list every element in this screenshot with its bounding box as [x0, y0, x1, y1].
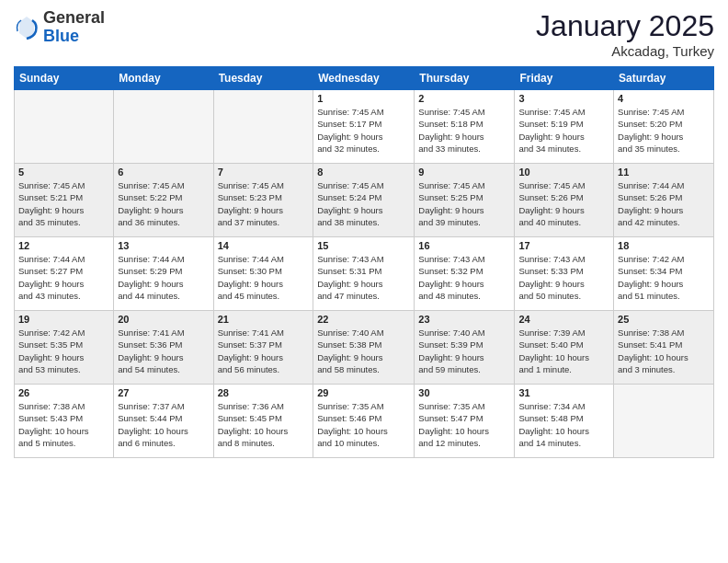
day-info: Sunrise: 7:45 AM Sunset: 5:24 PM Dayligh…: [317, 179, 410, 228]
day-number: 24: [518, 314, 609, 325]
calendar-cell: [15, 90, 114, 164]
day-number: 3: [518, 93, 609, 104]
calendar: Sunday Monday Tuesday Wednesday Thursday…: [14, 66, 714, 458]
header-tuesday: Tuesday: [213, 67, 313, 90]
day-info: Sunrise: 7:44 AM Sunset: 5:26 PM Dayligh…: [618, 179, 710, 228]
calendar-cell: 5Sunrise: 7:45 AM Sunset: 5:21 PM Daylig…: [15, 164, 114, 237]
day-info: Sunrise: 7:45 AM Sunset: 5:21 PM Dayligh…: [18, 179, 109, 228]
calendar-cell: 31Sunrise: 7:34 AM Sunset: 5:48 PM Dayli…: [515, 385, 614, 458]
day-number: 15: [317, 240, 410, 251]
calendar-header-row: Sunday Monday Tuesday Wednesday Thursday…: [15, 67, 714, 90]
logo-text: General Blue: [43, 9, 105, 46]
day-number: 31: [518, 387, 609, 398]
header-saturday: Saturday: [614, 67, 714, 90]
logo-blue: Blue: [43, 28, 105, 46]
calendar-cell: 26Sunrise: 7:38 AM Sunset: 5:43 PM Dayli…: [15, 385, 114, 458]
logo-icon: [14, 15, 40, 40]
calendar-cell: 11Sunrise: 7:44 AM Sunset: 5:26 PM Dayli…: [614, 164, 714, 237]
day-number: 8: [317, 167, 410, 178]
calendar-week-3: 19Sunrise: 7:42 AM Sunset: 5:35 PM Dayli…: [15, 311, 714, 385]
month-title: January 2025: [536, 9, 714, 43]
day-number: 5: [18, 167, 109, 178]
day-info: Sunrise: 7:35 AM Sunset: 5:46 PM Dayligh…: [317, 400, 410, 449]
day-info: Sunrise: 7:41 AM Sunset: 5:37 PM Dayligh…: [218, 327, 310, 375]
calendar-cell: 2Sunrise: 7:45 AM Sunset: 5:18 PM Daylig…: [415, 90, 515, 164]
day-info: Sunrise: 7:45 AM Sunset: 5:22 PM Dayligh…: [118, 179, 209, 228]
day-info: Sunrise: 7:35 AM Sunset: 5:47 PM Dayligh…: [418, 400, 510, 449]
calendar-cell: 8Sunrise: 7:45 AM Sunset: 5:24 PM Daylig…: [313, 164, 415, 237]
day-number: 16: [418, 240, 510, 251]
day-number: 20: [118, 314, 209, 325]
logo-general: General: [43, 9, 105, 28]
calendar-cell: 6Sunrise: 7:45 AM Sunset: 5:22 PM Daylig…: [114, 164, 213, 237]
day-number: 26: [18, 387, 109, 398]
day-number: 2: [418, 93, 510, 104]
day-number: 28: [218, 387, 310, 398]
logo: General Blue: [14, 9, 105, 46]
day-info: Sunrise: 7:43 AM Sunset: 5:32 PM Dayligh…: [418, 253, 510, 302]
day-info: Sunrise: 7:44 AM Sunset: 5:30 PM Dayligh…: [218, 253, 310, 302]
day-number: 21: [218, 314, 310, 325]
calendar-cell: 13Sunrise: 7:44 AM Sunset: 5:29 PM Dayli…: [114, 237, 213, 311]
day-number: 7: [218, 167, 310, 178]
header: General Blue January 2025 Akcadag, Turke…: [14, 9, 714, 59]
page: General Blue January 2025 Akcadag, Turke…: [0, 0, 728, 467]
day-info: Sunrise: 7:41 AM Sunset: 5:36 PM Dayligh…: [118, 327, 209, 375]
title-block: January 2025 Akcadag, Turkey: [536, 9, 714, 59]
calendar-cell: 14Sunrise: 7:44 AM Sunset: 5:30 PM Dayli…: [213, 237, 313, 311]
calendar-week-0: 1Sunrise: 7:45 AM Sunset: 5:17 PM Daylig…: [15, 90, 714, 164]
day-number: 1: [317, 93, 410, 104]
calendar-cell: [213, 90, 313, 164]
calendar-cell: 7Sunrise: 7:45 AM Sunset: 5:23 PM Daylig…: [213, 164, 313, 237]
calendar-cell: 16Sunrise: 7:43 AM Sunset: 5:32 PM Dayli…: [415, 237, 515, 311]
day-info: Sunrise: 7:36 AM Sunset: 5:45 PM Dayligh…: [218, 400, 310, 449]
day-number: 27: [118, 387, 209, 398]
calendar-cell: 23Sunrise: 7:40 AM Sunset: 5:39 PM Dayli…: [415, 311, 515, 385]
calendar-cell: 4Sunrise: 7:45 AM Sunset: 5:20 PM Daylig…: [614, 90, 714, 164]
day-number: 18: [618, 240, 710, 251]
day-number: 9: [418, 167, 510, 178]
day-info: Sunrise: 7:45 AM Sunset: 5:20 PM Dayligh…: [618, 106, 710, 155]
day-number: 25: [618, 314, 710, 325]
day-info: Sunrise: 7:39 AM Sunset: 5:40 PM Dayligh…: [518, 327, 609, 375]
day-number: 19: [18, 314, 109, 325]
day-info: Sunrise: 7:45 AM Sunset: 5:23 PM Dayligh…: [218, 179, 310, 228]
day-number: 23: [418, 314, 510, 325]
calendar-cell: 10Sunrise: 7:45 AM Sunset: 5:26 PM Dayli…: [515, 164, 614, 237]
calendar-cell: 30Sunrise: 7:35 AM Sunset: 5:47 PM Dayli…: [415, 385, 515, 458]
calendar-cell: [614, 385, 714, 458]
header-thursday: Thursday: [415, 67, 515, 90]
calendar-cell: 18Sunrise: 7:42 AM Sunset: 5:34 PM Dayli…: [614, 237, 714, 311]
header-monday: Monday: [114, 67, 213, 90]
calendar-cell: [114, 90, 213, 164]
day-info: Sunrise: 7:45 AM Sunset: 5:25 PM Dayligh…: [418, 179, 510, 228]
day-info: Sunrise: 7:45 AM Sunset: 5:17 PM Dayligh…: [317, 106, 410, 155]
header-wednesday: Wednesday: [313, 67, 415, 90]
day-number: 6: [118, 167, 209, 178]
day-number: 13: [118, 240, 209, 251]
day-number: 22: [317, 314, 410, 325]
calendar-cell: 22Sunrise: 7:40 AM Sunset: 5:38 PM Dayli…: [313, 311, 415, 385]
day-info: Sunrise: 7:37 AM Sunset: 5:44 PM Dayligh…: [118, 400, 209, 449]
calendar-week-2: 12Sunrise: 7:44 AM Sunset: 5:27 PM Dayli…: [15, 237, 714, 311]
calendar-cell: 3Sunrise: 7:45 AM Sunset: 5:19 PM Daylig…: [515, 90, 614, 164]
calendar-cell: 29Sunrise: 7:35 AM Sunset: 5:46 PM Dayli…: [313, 385, 415, 458]
calendar-week-4: 26Sunrise: 7:38 AM Sunset: 5:43 PM Dayli…: [15, 385, 714, 458]
day-info: Sunrise: 7:43 AM Sunset: 5:31 PM Dayligh…: [317, 253, 410, 302]
calendar-cell: 21Sunrise: 7:41 AM Sunset: 5:37 PM Dayli…: [213, 311, 313, 385]
day-info: Sunrise: 7:44 AM Sunset: 5:29 PM Dayligh…: [118, 253, 209, 302]
calendar-cell: 9Sunrise: 7:45 AM Sunset: 5:25 PM Daylig…: [415, 164, 515, 237]
day-info: Sunrise: 7:45 AM Sunset: 5:26 PM Dayligh…: [518, 179, 609, 228]
calendar-week-1: 5Sunrise: 7:45 AM Sunset: 5:21 PM Daylig…: [15, 164, 714, 237]
calendar-cell: 25Sunrise: 7:38 AM Sunset: 5:41 PM Dayli…: [614, 311, 714, 385]
header-sunday: Sunday: [15, 67, 114, 90]
day-info: Sunrise: 7:38 AM Sunset: 5:43 PM Dayligh…: [18, 400, 109, 449]
location: Akcadag, Turkey: [536, 43, 714, 59]
day-number: 4: [618, 93, 710, 104]
day-number: 11: [618, 167, 710, 178]
day-number: 29: [317, 387, 410, 398]
calendar-cell: 17Sunrise: 7:43 AM Sunset: 5:33 PM Dayli…: [515, 237, 614, 311]
day-info: Sunrise: 7:40 AM Sunset: 5:39 PM Dayligh…: [418, 327, 510, 375]
calendar-cell: 19Sunrise: 7:42 AM Sunset: 5:35 PM Dayli…: [15, 311, 114, 385]
calendar-cell: 1Sunrise: 7:45 AM Sunset: 5:17 PM Daylig…: [313, 90, 415, 164]
